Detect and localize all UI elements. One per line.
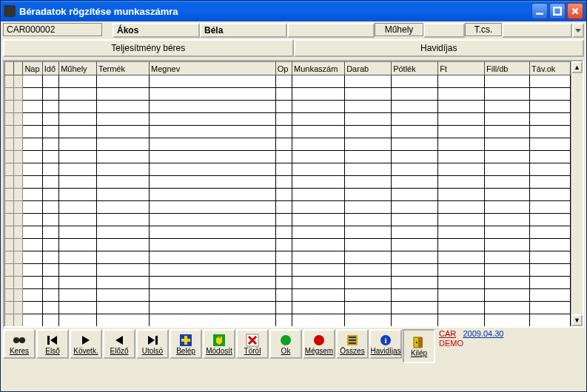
col-munkaszam[interactable]: Munkaszám (292, 62, 345, 75)
cell[interactable] (59, 176, 97, 189)
cell[interactable] (530, 101, 571, 113)
cell[interactable] (530, 113, 571, 126)
row-header-cell[interactable] (5, 75, 14, 88)
cell[interactable] (96, 277, 149, 289)
cell[interactable] (438, 201, 485, 214)
table-row[interactable] (5, 214, 571, 226)
cell[interactable] (438, 163, 485, 176)
cell[interactable] (96, 264, 149, 277)
cell[interactable] (275, 239, 292, 251)
cell[interactable] (23, 251, 42, 264)
cell[interactable] (96, 226, 149, 239)
cell[interactable] (345, 214, 392, 226)
torol-button[interactable]: Töröl (236, 329, 269, 359)
cell[interactable] (59, 138, 97, 151)
cell[interactable] (150, 138, 276, 151)
cell[interactable] (96, 75, 149, 88)
cell[interactable] (42, 75, 58, 88)
row-header-cell[interactable] (5, 251, 14, 264)
cell[interactable] (42, 138, 58, 151)
cell[interactable] (485, 101, 530, 113)
belep-button[interactable]: Belép (170, 329, 202, 359)
col-ido[interactable]: Idő (42, 62, 58, 75)
row-header-cell[interactable] (14, 113, 23, 126)
cell[interactable] (96, 151, 149, 163)
cell[interactable] (275, 75, 292, 88)
cell[interactable] (42, 189, 58, 201)
cell[interactable] (292, 201, 345, 214)
cell[interactable] (275, 251, 292, 264)
cell[interactable] (392, 138, 438, 151)
cell[interactable] (345, 264, 392, 277)
cell[interactable] (485, 151, 530, 163)
row-header-cell[interactable] (14, 176, 23, 189)
cell[interactable] (59, 314, 97, 327)
cell[interactable] (292, 302, 345, 314)
cell[interactable] (23, 189, 42, 201)
row-header-cell[interactable] (14, 251, 23, 264)
row-header-cell[interactable] (5, 239, 14, 251)
row-header-cell[interactable] (14, 201, 23, 214)
row-header-cell[interactable] (14, 226, 23, 239)
cell[interactable] (392, 264, 438, 277)
cell[interactable] (59, 75, 97, 88)
cell[interactable] (96, 251, 149, 264)
cell[interactable] (23, 75, 42, 88)
cell[interactable] (392, 75, 438, 88)
cell[interactable] (438, 126, 485, 138)
cell[interactable] (275, 226, 292, 239)
cell[interactable] (96, 302, 149, 314)
cell[interactable] (392, 176, 438, 189)
cell[interactable] (275, 214, 292, 226)
cell[interactable] (42, 289, 58, 302)
cell[interactable] (42, 277, 58, 289)
cell[interactable] (150, 277, 276, 289)
row-header-cell[interactable] (14, 126, 23, 138)
col-op[interactable]: Op (275, 62, 292, 75)
cell[interactable] (23, 226, 42, 239)
row-header-cell[interactable] (5, 314, 14, 327)
cell[interactable] (96, 163, 149, 176)
cell[interactable] (23, 163, 42, 176)
cell[interactable] (392, 113, 438, 126)
cell[interactable] (275, 201, 292, 214)
row-header-cell[interactable] (14, 189, 23, 201)
cell[interactable] (345, 239, 392, 251)
cell[interactable] (42, 176, 58, 189)
cell[interactable] (292, 189, 345, 201)
row-header-cell[interactable] (5, 176, 14, 189)
cell[interactable] (42, 101, 58, 113)
cell[interactable] (96, 239, 149, 251)
cell[interactable] (345, 163, 392, 176)
cell[interactable] (345, 138, 392, 151)
row-header-cell[interactable] (5, 277, 14, 289)
cell[interactable] (59, 88, 97, 101)
cell[interactable] (23, 101, 42, 113)
cell[interactable] (438, 314, 485, 327)
cell[interactable] (23, 214, 42, 226)
cell[interactable] (275, 264, 292, 277)
cell[interactable] (23, 239, 42, 251)
cell[interactable] (96, 101, 149, 113)
cell[interactable] (42, 302, 58, 314)
row-header-cell[interactable] (5, 151, 14, 163)
col-nap[interactable]: Nap (23, 62, 42, 75)
cell[interactable] (42, 126, 58, 138)
cell[interactable] (345, 289, 392, 302)
cell[interactable] (530, 189, 571, 201)
row-header-cell[interactable] (14, 163, 23, 176)
cell[interactable] (530, 88, 571, 101)
cell[interactable] (392, 314, 438, 327)
cell[interactable] (42, 314, 58, 327)
cell[interactable] (345, 176, 392, 189)
cell[interactable] (275, 88, 292, 101)
row-header-cell[interactable] (14, 151, 23, 163)
cell[interactable] (438, 214, 485, 226)
cell[interactable] (485, 289, 530, 302)
scroll-track[interactable] (571, 73, 583, 314)
table-row[interactable] (5, 151, 571, 163)
cell[interactable] (275, 151, 292, 163)
cell[interactable] (292, 163, 345, 176)
cell[interactable] (59, 113, 97, 126)
cell[interactable] (438, 289, 485, 302)
